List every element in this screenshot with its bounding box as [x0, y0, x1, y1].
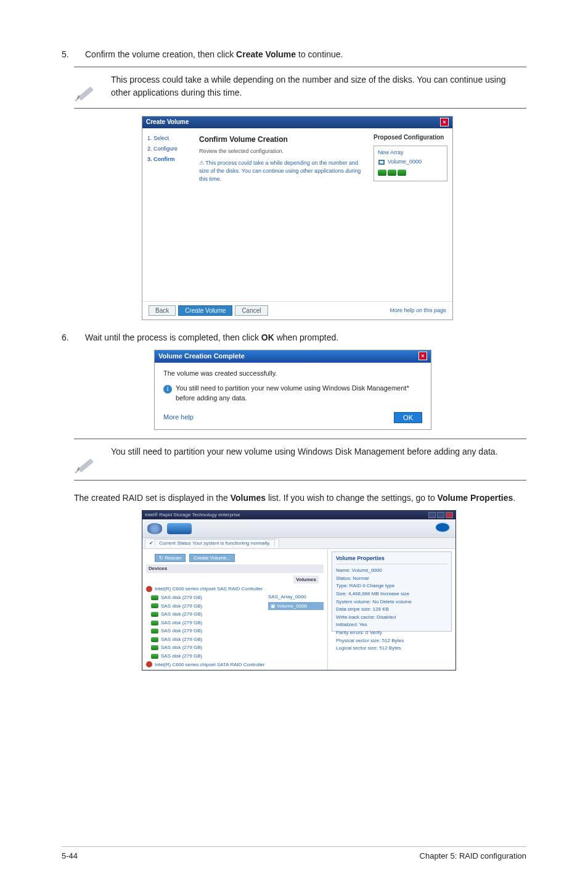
- sas-controller-label: Intel(R) C600 series chipset SAS RAID Co…: [155, 585, 263, 593]
- step-6-text: Wait until the process is completed, the…: [85, 331, 526, 344]
- wizard-step-1[interactable]: 1. Select: [147, 133, 192, 144]
- disk-row[interactable]: SAS disk (279 GB): [146, 610, 268, 619]
- disk-row[interactable]: SAS disk (279 GB): [146, 635, 268, 644]
- back-button[interactable]: Back: [149, 305, 176, 316]
- more-help-link[interactable]: More help on this page: [390, 307, 446, 315]
- prop-sysvol[interactable]: System volume: No Delete volume: [336, 598, 447, 606]
- complete-info-row: i You still need to partition your new v…: [163, 384, 422, 403]
- rst-window: Intel® Rapid Storage Technology enterpri…: [142, 510, 456, 670]
- volume-name: Volume_0000: [388, 158, 422, 166]
- more-help-link[interactable]: More help: [163, 413, 194, 423]
- volume-0000-button[interactable]: ▣ Volume_0000: [268, 602, 324, 611]
- dialog-title-bar: Create Volume ×: [142, 117, 452, 128]
- minimize-icon[interactable]: [428, 512, 436, 518]
- cancel-button[interactable]: Cancel: [235, 305, 267, 316]
- disk-label: SATA disk (279 GB): [161, 669, 204, 670]
- create-volume-button[interactable]: Create Volume: [178, 305, 232, 316]
- step-5-number: 5.: [62, 48, 85, 60]
- rst-logo-bar: [142, 519, 455, 538]
- para-e: .: [513, 493, 515, 503]
- disk-icon: [151, 612, 158, 617]
- wizard-footer: Back Create Volume Cancel More help on t…: [142, 301, 452, 320]
- create-volume-button[interactable]: Create Volume...: [189, 554, 235, 562]
- close-icon[interactable]: ×: [419, 352, 427, 360]
- create-volume-dialog: Create Volume × 1. Select 2. Configure 3…: [142, 116, 453, 320]
- disk-icon: [151, 654, 158, 659]
- volume-creation-complete-dialog: Volume Creation Complete × The volume wa…: [154, 350, 431, 430]
- close-icon[interactable]: [446, 512, 453, 518]
- curstatus-tab: ✔ Current Status Your system is function…: [145, 538, 279, 548]
- disk-label: SAS disk (279 GB): [161, 603, 202, 610]
- maximize-icon[interactable]: [437, 512, 444, 518]
- complete-title-bar: Volume Creation Complete ×: [155, 350, 431, 363]
- chapter-title: Chapter 5: RAID configuration: [420, 851, 526, 862]
- note-2-text: You still need to partition your new vol…: [111, 445, 526, 474]
- disk-label: SAS disk (279 GB): [161, 627, 202, 635]
- page-number: 5-44: [62, 851, 78, 862]
- disk-icon: [147, 523, 162, 534]
- window-controls: [428, 512, 453, 518]
- disk-icon: [151, 645, 158, 650]
- close-icon[interactable]: ×: [440, 118, 449, 126]
- volume-row: Volume_0000: [378, 158, 443, 166]
- rst-left-panel: ↻ Rescan Create Volume... Devices Volume…: [142, 549, 327, 670]
- disk-row[interactable]: SAS disk (279 GB): [146, 593, 268, 602]
- pencil-icon: [74, 73, 102, 102]
- wizard-step-2[interactable]: 2. Configure: [147, 144, 192, 154]
- result-paragraph: The created RAID set is displayed in the…: [74, 492, 526, 504]
- disk-row[interactable]: SAS disk (279 GB): [146, 627, 268, 635]
- disk-row[interactable]: SAS disk (279 GB): [146, 652, 268, 661]
- note-1-text: This process could take a while dependin…: [111, 73, 526, 102]
- disk-row[interactable]: SAS disk (279 GB): [146, 602, 268, 611]
- prop-size[interactable]: Size: 4,468,986 MB Increase size: [336, 590, 447, 598]
- pencil-icon: [74, 445, 102, 474]
- para-d: Volume Properties: [438, 493, 513, 503]
- step6-a: Wait until the process is completed, the…: [85, 332, 261, 342]
- controller-icon: [146, 586, 152, 592]
- disk-row[interactable]: SATA disk (279 GB): [146, 669, 324, 670]
- rst-window-title: Intel® Rapid Storage Technology enterpri…: [145, 511, 240, 519]
- volume-icon: [378, 159, 385, 166]
- wizard-step-3: 3. Confirm: [147, 154, 192, 165]
- complete-body: The volume was created successfully. i Y…: [155, 363, 431, 408]
- ok-button[interactable]: OK: [394, 412, 422, 423]
- disk-icon: [151, 603, 158, 608]
- para-a: The created RAID set is displayed in the: [74, 493, 231, 503]
- volumes-header: Volumes: [293, 576, 319, 584]
- info-icon: i: [163, 385, 172, 394]
- rst-title-bar: Intel® Rapid Storage Technology enterpri…: [142, 511, 455, 519]
- rescan-button[interactable]: ↻ Rescan: [155, 554, 186, 562]
- wizard-warning: ⚠ This process could take a while depend…: [199, 159, 366, 183]
- prop-status: Status: Normal: [336, 575, 447, 582]
- disk-label: SAS disk (279 GB): [161, 644, 202, 651]
- prop-name: Name: Volume_0000: [336, 567, 447, 574]
- step-5-text: Confirm the volume creation, then click …: [85, 48, 526, 60]
- disk-label: SAS disk (279 GB): [161, 636, 202, 643]
- svg-rect-4: [78, 458, 93, 472]
- wizard-steps: 1. Select 2. Configure 3. Confirm: [147, 133, 192, 296]
- disk-row[interactable]: SAS disk (279 GB): [146, 643, 268, 652]
- para-c: list. If you wish to change the settings…: [266, 493, 438, 503]
- disk-row[interactable]: SAS disk (279 GB): [146, 619, 268, 627]
- disks-icon: [378, 170, 443, 176]
- para-b: Volumes: [231, 493, 266, 503]
- sas-controller-row[interactable]: Intel(R) C600 series chipset SAS RAID Co…: [146, 585, 324, 593]
- note-block-2: You still need to partition your new vol…: [74, 439, 526, 481]
- complete-title: Volume Creation Complete: [158, 352, 245, 361]
- rescan-label: Rescan: [165, 555, 181, 561]
- disk-label: SAS disk (279 GB): [161, 594, 202, 601]
- prop-lsector: Logical sector size: 512 Bytes: [336, 645, 447, 652]
- complete-dialog-holder: Volume Creation Complete × The volume wa…: [154, 350, 526, 430]
- step6-b: OK: [261, 332, 274, 342]
- page-footer: 5-44 Chapter 5: RAID configuration: [62, 846, 526, 862]
- swoosh-icon: [167, 523, 192, 534]
- volumes-header-row: Volumes: [146, 574, 324, 585]
- prop-type[interactable]: Type: RAID 0 Change type: [336, 582, 447, 590]
- complete-line1: The volume was created successfully.: [163, 369, 422, 379]
- sata-controller-row[interactable]: Intel(R) C600 series chipset SATA RAID C…: [146, 661, 324, 669]
- step-6-number: 6.: [62, 331, 85, 344]
- create-volume-dialog-holder: Create Volume × 1. Select 2. Configure 3…: [142, 116, 526, 320]
- prop-parity[interactable]: Parity errors: 0 Verify: [336, 629, 447, 637]
- prop-wbcache: Write-back cache: Disabled: [336, 614, 447, 621]
- array-label[interactable]: SAS_Array_0000: [268, 593, 324, 601]
